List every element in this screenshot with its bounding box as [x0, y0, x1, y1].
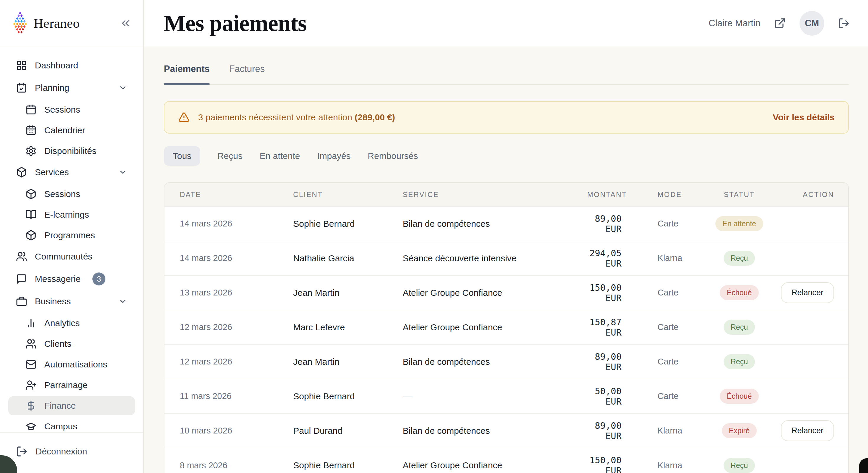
table-row: 10 mars 2026 Paul Durand Bilan de compét…: [164, 413, 848, 448]
warning-triangle-icon: [178, 111, 190, 123]
logout-button[interactable]: Déconnexion: [8, 441, 135, 462]
payment-client: Sophie Bernard: [293, 448, 403, 473]
column-header-montant: MONTANT: [587, 183, 634, 206]
payment-action-cell: Relancer: [776, 413, 848, 448]
sidebar-item-communautes[interactable]: Communautés: [8, 246, 135, 267]
table-header-row: DATE CLIENT SERVICE MONTANT MODE STATUT …: [164, 183, 848, 206]
sidebar-item-finance[interactable]: Finance: [8, 396, 135, 415]
sidebar-item-parrainage[interactable]: Parrainage: [8, 376, 135, 395]
status-badge: Expiré: [722, 423, 757, 438]
sidebar-logo-row: Heraneo: [0, 0, 143, 47]
main-area: Mes paiements Claire Martin CM Paiements…: [144, 0, 868, 473]
payment-action-cell: [776, 206, 848, 241]
filter-en-attente[interactable]: En attente: [259, 151, 300, 161]
attention-banner: 3 paiements nécessitent votre attention …: [164, 101, 849, 134]
sidebar-item-label: Sessions: [44, 105, 80, 115]
payment-mode: Carte: [634, 206, 702, 241]
sidebar-item-e-learnings[interactable]: E-learnings: [8, 205, 135, 224]
filter-rembourses[interactable]: Remboursés: [368, 151, 418, 161]
tab-paiements[interactable]: Paiements: [164, 64, 210, 85]
sidebar-item-sessions[interactable]: Sessions: [8, 184, 135, 203]
message-square-icon: [16, 273, 27, 284]
status-badge: Reçu: [724, 251, 755, 266]
table-row: 13 mars 2026 Jean Martin Atelier Groupe …: [164, 275, 848, 310]
payment-date: 8 mars 2026: [164, 448, 293, 473]
settings-icon: [25, 145, 37, 157]
filter-tous[interactable]: Tous: [164, 146, 200, 166]
filter-recus[interactable]: Reçus: [217, 151, 242, 161]
sidebar-item-planning[interactable]: Planning: [8, 78, 135, 98]
column-header-date: DATE: [164, 183, 293, 206]
avatar[interactable]: CM: [800, 11, 824, 36]
payment-amount: 50,00 EUR: [587, 379, 634, 413]
payment-client: Jean Martin: [293, 344, 403, 379]
payment-date: 13 mars 2026: [164, 275, 293, 310]
payment-status-cell: Reçu: [702, 241, 776, 275]
box-icon: [25, 230, 37, 241]
payment-amount: 89,00 EUR: [587, 413, 634, 448]
sidebar-item-label: Messagerie: [35, 274, 81, 284]
graduation-cap-icon: [25, 421, 37, 432]
payment-action-cell: [776, 241, 848, 275]
sidebar-item-analytics[interactable]: Analytics: [8, 314, 135, 333]
sidebar-item-programmes[interactable]: Programmes: [8, 226, 135, 245]
sidebar-item-calendrier[interactable]: Calendrier: [8, 121, 135, 140]
column-header-action: ACTION: [776, 183, 848, 206]
view-details-link[interactable]: Voir les détails: [773, 112, 835, 123]
payment-mode: Klarna: [634, 241, 702, 275]
box-icon: [16, 167, 27, 178]
tab-factures[interactable]: Factures: [229, 64, 265, 85]
sidebar-item-messagerie[interactable]: Messagerie 3: [8, 269, 135, 289]
page-header: Mes paiements Claire Martin CM: [144, 0, 868, 47]
payment-date: 14 mars 2026: [164, 241, 293, 275]
sidebar-item-campus[interactable]: Campus: [8, 417, 135, 432]
payment-service: Bilan de compétences: [403, 344, 587, 379]
sidebar-item-dashboard[interactable]: Dashboard: [8, 56, 135, 75]
payment-action-cell: [776, 310, 848, 344]
payment-status-cell: Reçu: [702, 344, 776, 379]
sidebar-collapse-button[interactable]: [120, 18, 131, 29]
sidebar-item-label: Calendrier: [44, 125, 85, 135]
payment-mode: Carte: [634, 379, 702, 413]
payment-date: 11 mars 2026: [164, 379, 293, 413]
payment-amount: 150,00 EUR: [587, 448, 634, 473]
sidebar-item-label: Analytics: [44, 318, 80, 328]
relancer-button[interactable]: Relancer: [781, 420, 834, 441]
sidebar: Heraneo Dashboard Planning Sessions Cale…: [0, 0, 144, 473]
payment-service: —: [403, 379, 587, 413]
payment-date: 12 mars 2026: [164, 344, 293, 379]
attention-banner-text: 3 paiements nécessitent votre attention …: [198, 112, 395, 123]
sidebar-item-label: Business: [35, 296, 71, 306]
sidebar-item-disponibilites[interactable]: Disponibilités: [8, 141, 135, 161]
brand-logo-icon: [12, 11, 28, 35]
sidebar-item-services[interactable]: Services: [8, 162, 135, 182]
sidebar-item-label: Campus: [44, 421, 78, 431]
payment-date: 10 mars 2026: [164, 413, 293, 448]
payment-mode: Klarna: [634, 413, 702, 448]
relancer-button[interactable]: Relancer: [781, 282, 834, 303]
sidebar-item-label: Communautés: [35, 251, 92, 262]
chevrons-left-icon: [120, 18, 131, 29]
tab-bar: PaiementsFactures: [164, 47, 849, 85]
logout-icon: [16, 446, 28, 458]
table-row: 14 mars 2026 Nathalie Garcia Séance déco…: [164, 241, 848, 275]
payment-client: Sophie Bernard: [293, 379, 403, 413]
sidebar-item-sessions[interactable]: Sessions: [8, 100, 135, 119]
sidebar-item-clients[interactable]: Clients: [8, 334, 135, 353]
brand: Heraneo: [12, 11, 80, 35]
payment-client: Nathalie Garcia: [293, 241, 403, 275]
filter-impayes[interactable]: Impayés: [317, 151, 350, 161]
payment-amount: 89,00 EUR: [587, 344, 634, 379]
sidebar-item-automatisations[interactable]: Automatisations: [8, 355, 135, 374]
payment-status-cell: Reçu: [702, 448, 776, 473]
calendar-days-icon: [25, 125, 37, 136]
external-link-icon: [774, 18, 786, 29]
open-external-button[interactable]: [774, 18, 786, 29]
payment-action-cell: [776, 379, 848, 413]
payment-mode: Carte: [634, 310, 702, 344]
sidebar-item-label: Automatisations: [44, 360, 107, 370]
header-logout-button[interactable]: [838, 18, 850, 29]
sidebar-item-business[interactable]: Business: [8, 291, 135, 311]
logout-icon: [838, 18, 850, 29]
table-row: 14 mars 2026 Sophie Bernard Bilan de com…: [164, 206, 848, 241]
